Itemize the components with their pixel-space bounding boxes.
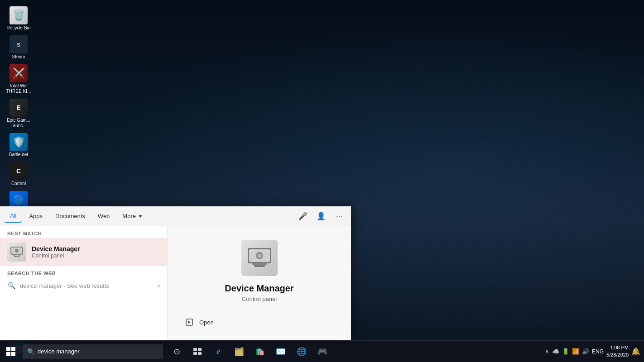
svg-point-11: [257, 253, 262, 258]
steam-icon: S: [10, 35, 28, 53]
svg-rect-20: [198, 348, 202, 351]
nav-documents[interactable]: Documents: [50, 210, 91, 222]
svg-rect-18: [11, 352, 15, 356]
nav-more[interactable]: More: [117, 210, 147, 222]
control-label: Control: [11, 181, 26, 186]
web-search-item[interactable]: 🔍 device manager - See web results ›: [0, 278, 167, 293]
svg-line-7: [19, 255, 20, 256]
taskbar-date: 5/28/2020: [606, 352, 629, 358]
device-manager-result[interactable]: Device Manager Control panel: [0, 238, 167, 266]
taskbar-search-icon: 🔍: [27, 348, 35, 355]
web-arrow-icon: ›: [158, 282, 160, 289]
taskbar-system-icons: ∧ ☁️ 🔋 📶 🔊: [545, 348, 589, 355]
desktop-icon-battlenet[interactable]: 🛡️ Battle.net: [2, 131, 35, 159]
svg-rect-13: [252, 263, 267, 265]
search-nav-right: 🎤 👤 ···: [296, 209, 346, 224]
more-options-icon[interactable]: ···: [332, 209, 346, 224]
battlenet-label: Battle.net: [9, 152, 28, 157]
desktop: 🗑️ Recycle Bin S Steam ⚔️ Total War THRE…: [0, 0, 644, 362]
desktop-icon-recycle-bin[interactable]: 🗑️ Recycle Bin: [2, 5, 35, 33]
desktop-icon-steam[interactable]: S Steam: [2, 33, 35, 62]
total-war-icon: ⚔️: [10, 64, 28, 82]
taskbar-cloud-icon[interactable]: ☁️: [552, 348, 559, 355]
web-search-icon: 🔍: [7, 281, 15, 290]
svg-rect-15: [6, 347, 10, 351]
taskbar-store[interactable]: 🛍️: [250, 341, 270, 362]
epic-games-label: Epic Gam... Launc...: [4, 118, 33, 129]
svg-rect-21: [193, 352, 197, 355]
search-nav: All Apps Documents Web More 🎤 👤 ···: [0, 206, 351, 226]
taskbar-cortana[interactable]: ⊙: [167, 341, 187, 362]
nav-all[interactable]: All: [5, 210, 22, 223]
control-icon: C: [10, 162, 28, 180]
svg-rect-19: [193, 348, 197, 351]
nav-apps[interactable]: Apps: [24, 210, 48, 222]
battlenet-icon: 🛡️: [10, 133, 28, 151]
svg-point-4: [15, 249, 19, 252]
taskbar-chrome-taskbar[interactable]: 🌐: [292, 341, 312, 362]
desktop-icon-epic-games[interactable]: E Epic Gam... Launc...: [2, 97, 35, 130]
taskbar-time: 1:08 PM: [606, 344, 629, 351]
epic-games-icon: E: [10, 99, 28, 117]
desktop-icon-total-war[interactable]: ⚔️ Total War THREE KI...: [2, 62, 35, 96]
mic-icon[interactable]: 🎤: [296, 209, 310, 224]
open-icon: [184, 317, 195, 328]
device-manager-result-text: Device Manager Control panel: [32, 245, 80, 259]
right-panel-title: Device Manager: [225, 283, 293, 294]
taskbar-search-box[interactable]: 🔍: [23, 344, 163, 359]
svg-rect-22: [198, 352, 202, 355]
taskbar-task-view[interactable]: [187, 341, 207, 362]
taskbar-battery-icon[interactable]: 🔋: [562, 348, 569, 355]
device-manager-subtitle: Control panel: [32, 252, 80, 259]
taskbar-edge[interactable]: 𝑒: [208, 341, 228, 362]
taskbar-clock[interactable]: 1:08 PM 5/28/2020: [606, 344, 629, 358]
recycle-bin-icon: 🗑️: [10, 6, 28, 24]
right-panel-subtitle: Control panel: [242, 295, 277, 302]
web-search-suffix: - See web results: [62, 282, 109, 289]
search-left-panel: Best match Device Manager: [0, 226, 168, 340]
svg-rect-16: [11, 347, 15, 351]
device-manager-title: Device Manager: [32, 245, 80, 252]
svg-line-6: [13, 255, 15, 256]
user-icon[interactable]: 👤: [314, 209, 328, 224]
desktop-icon-control[interactable]: C Control: [2, 160, 35, 188]
search-web-section: Search the web: [0, 266, 167, 278]
nav-web[interactable]: Web: [92, 210, 115, 222]
taskbar-items: ⊙ 𝑒 🗂️ 🛍️ ✉️ 🌐 🎮: [167, 341, 332, 362]
svg-rect-17: [6, 352, 10, 356]
more-chevron-icon: [139, 215, 142, 218]
taskbar-language[interactable]: ENG: [592, 348, 604, 355]
steam-label: Steam: [12, 54, 25, 60]
notification-button[interactable]: 🔔: [631, 347, 640, 356]
svg-text:S: S: [17, 42, 20, 48]
search-content: Best match Device Manager: [0, 226, 351, 340]
open-label: Open: [199, 319, 214, 326]
right-actions: Open: [178, 313, 340, 331]
search-right-panel: Device Manager Control panel Open: [168, 226, 351, 340]
taskbar-volume-icon[interactable]: 🔊: [582, 348, 589, 355]
taskbar-explorer[interactable]: 🗂️: [229, 341, 249, 362]
taskbar: 🔍 ⊙ 𝑒 🗂️ 🛍️ ✉️ 🌐 🎮 ∧ ☁️: [0, 340, 644, 362]
recycle-bin-label: Recycle Bin: [7, 25, 31, 31]
taskbar-chevron-icon[interactable]: ∧: [545, 348, 549, 355]
start-menu: All Apps Documents Web More 🎤 👤 ··· Best…: [0, 206, 351, 340]
taskbar-right: ∧ ☁️ 🔋 📶 🔊 ENG 1:08 PM 5/28/2020 🔔: [545, 344, 644, 358]
taskbar-search-input[interactable]: [38, 348, 159, 355]
device-manager-result-icon: [7, 243, 26, 262]
device-manager-large-icon: [241, 240, 278, 276]
taskbar-mail[interactable]: ✉️: [271, 341, 291, 362]
open-action[interactable]: Open: [178, 313, 340, 331]
taskbar-network-icon[interactable]: 📶: [572, 348, 579, 355]
taskbar-gamepad[interactable]: 🎮: [312, 341, 332, 362]
total-war-label: Total War THREE KI...: [4, 83, 33, 94]
best-match-label: Best match: [0, 226, 167, 238]
web-search-text: device manager - See web results: [20, 282, 109, 289]
start-button[interactable]: [0, 341, 22, 362]
